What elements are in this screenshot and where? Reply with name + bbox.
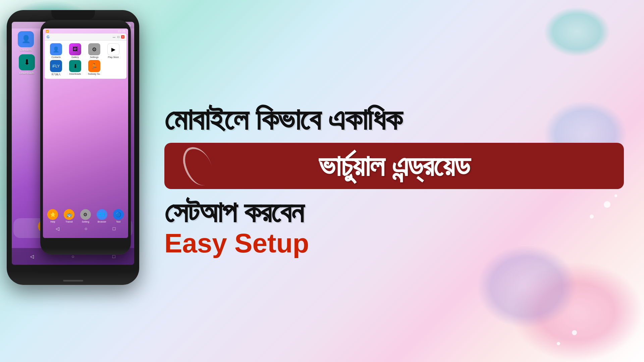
fg-contacts-icon: 👤 <box>50 43 62 55</box>
title-line1: মোবাইলে কিভাবে একাধিক <box>164 104 624 134</box>
fg-app-subway: 🏃 Subway Su. <box>86 60 103 76</box>
overlay-status-bar: 📶 23:25 <box>43 28 128 34</box>
fg-app-ifly: iFLY 讯飞输入 <box>47 60 65 76</box>
ov-tool-icon: 🔵 <box>113 209 124 220</box>
ov-setting-icon: ⚙ <box>80 209 91 220</box>
overlay-app-grid: 👤 Contacts 🖼 Gallery ⚙ Settings ▶ Play S… <box>45 41 126 79</box>
phone-notch <box>51 10 95 19</box>
ov-dock-setting: ⚙ Setting <box>80 209 91 223</box>
fg-ifly-label: 讯飞输入 <box>51 73 61 76</box>
app-contacts: 👤 Contacts <box>15 31 37 52</box>
fg-settings-label: Settings <box>90 56 98 58</box>
title-line3: সেটআপ করবেন <box>164 197 624 227</box>
ov-help-label: Help <box>50 221 55 223</box>
fg-subway-icon: 🏃 <box>88 60 100 72</box>
phone-overlay-screen: 📶 23:25 G — □ ✕ 👤 Contacts <box>43 28 128 238</box>
contacts-label: Contacts <box>20 48 32 52</box>
brush-stroke-decoration <box>180 143 216 189</box>
overlay-nav: ◁ ○ □ <box>43 226 128 231</box>
ov-browser-icon: 🌐 <box>97 209 107 220</box>
phone-overlay: 📶 23:25 G — □ ✕ 👤 Contacts <box>40 20 131 255</box>
overlay-window: G — □ ✕ 👤 Contacts 🖼 Gallery <box>45 34 126 79</box>
fg-playstore-icon: ▶ <box>107 43 119 55</box>
window-controls: — □ ✕ <box>112 35 124 39</box>
overlay-dock: ⭐ Help 🚌 Transit ⚙ Setting 🌐 Browser <box>43 207 128 225</box>
ov-nav-back: ◁ <box>56 226 59 231</box>
red-banner: ভার্চুয়াল এন্ড্রয়েড <box>164 143 624 189</box>
window-titlebar: G — □ ✕ <box>45 34 126 41</box>
ov-dock-transit: 🚌 Transit <box>64 209 74 223</box>
ov-dock-tool: 🔵 Tool <box>113 209 124 223</box>
fg-app-downloads: ⬇ Downloads <box>66 60 84 76</box>
window-title: G <box>47 35 50 39</box>
window-maximize[interactable]: □ <box>117 35 120 39</box>
app-downloads-main: ⬇ Downloads <box>15 54 39 75</box>
title-line4: Easy Setup <box>164 229 624 258</box>
fg-settings-icon: ⚙ <box>88 43 100 55</box>
ov-setting-label: Setting <box>82 221 89 223</box>
contacts-icon: 👤 <box>18 31 34 47</box>
phone-home-indicator <box>63 280 83 282</box>
downloads-main-icon: ⬇ <box>19 54 35 70</box>
fg-app-settings: ⚙ Settings <box>86 43 103 58</box>
window-close[interactable]: ✕ <box>121 35 124 39</box>
fg-playstore-label: Play Store <box>108 56 119 58</box>
fg-app-contacts: 👤 Contacts <box>47 43 65 58</box>
phone-container: 23:25 👤 Contacts 📞 Phone ⚙ Settings G <box>7 0 148 362</box>
ov-browser-label: Browser <box>98 221 106 223</box>
ov-help-icon: ⭐ <box>47 209 58 220</box>
ov-tool-label: Tool <box>116 221 120 223</box>
ov-transit-label: Transit <box>66 221 73 223</box>
ov-dock-help: ⭐ Help <box>47 209 58 223</box>
banner-text: ভার্চুয়াল এন্ড্রয়েড <box>178 151 610 181</box>
fg-subway-label: Subway Su. <box>88 73 100 75</box>
ov-nav-recents: □ <box>113 226 115 231</box>
fg-app-playstore: ▶ Play Store <box>105 43 122 58</box>
fg-ifly-icon: iFLY <box>50 60 62 72</box>
ov-nav-home: ○ <box>85 226 87 231</box>
fg-gallery-label: Gallery <box>71 56 79 58</box>
content-right: মোবাইলে কিভাবে একাধিক ভার্চুয়াল এন্ড্রয… <box>151 0 644 362</box>
fg-downloads-label: Downloads <box>69 73 81 75</box>
overlay-status-time: 23:25 <box>118 29 125 33</box>
downloads-main-label: Downloads <box>19 71 35 75</box>
window-minimize[interactable]: — <box>112 35 116 39</box>
fg-app-gallery: 🖼 Gallery <box>66 43 84 58</box>
ov-dock-browser: 🌐 Browser <box>97 209 107 223</box>
fg-downloads-icon: ⬇ <box>69 60 81 72</box>
fg-contacts-label: Contacts <box>51 56 61 58</box>
overlay-bottom: ⭐ Help 🚌 Transit ⚙ Setting 🌐 Browser <box>43 207 128 231</box>
ov-transit-icon: 🚌 <box>64 209 74 220</box>
nav-back: ◁ <box>29 253 36 260</box>
fg-gallery-icon: 🖼 <box>69 43 81 55</box>
